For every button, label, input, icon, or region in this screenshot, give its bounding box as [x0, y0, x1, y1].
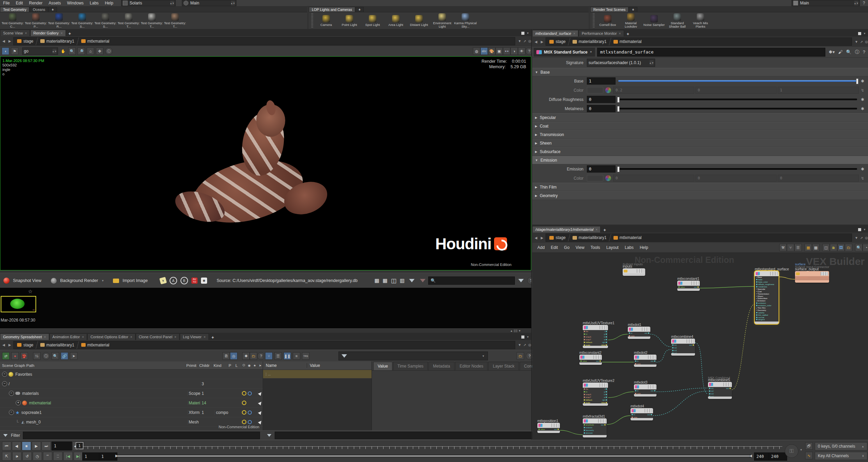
- network-node-mtlxdot1[interactable]: innoteout: [628, 327, 650, 339]
- follow-icon[interactable]: ◎: [865, 40, 868, 44]
- magnify-plus-icon[interactable]: 🔍: [52, 352, 59, 360]
- input-port-dot[interactable]: [632, 414, 633, 415]
- grid-small-icon[interactable]: ▦: [374, 278, 379, 284]
- sliders-icon[interactable]: ⫯⫰: [33, 352, 41, 360]
- play-button[interactable]: ▶: [32, 442, 41, 450]
- tree-cell-power[interactable]: [241, 420, 247, 424]
- pane-divider[interactable]: ▲ ⣿⣿ ▼: [0, 328, 531, 333]
- pane-menu-icon[interactable]: ▼: [863, 228, 866, 231]
- follow-icon[interactable]: ◎: [528, 39, 531, 43]
- input-port-dot[interactable]: [538, 429, 540, 430]
- output-port-dot[interactable]: [606, 344, 607, 346]
- contrast-icon[interactable]: ◑: [510, 47, 518, 55]
- shelf-tool[interactable]: Point Light: [338, 15, 361, 27]
- breadcrumb-item-materiallibrary1[interactable]: materiallibrary1: [570, 38, 609, 45]
- input-port-dot[interactable]: [584, 424, 585, 426]
- wire[interactable]: [607, 416, 631, 424]
- param-jump-icon[interactable]: ↯: [860, 176, 865, 181]
- net-list-icon[interactable]: ☰: [794, 244, 802, 251]
- range-left-handle[interactable]: ▶: [115, 454, 118, 458]
- net-menu-help[interactable]: Help: [637, 244, 651, 251]
- shelf-tool[interactable]: Test Geometry: S...: [71, 13, 93, 28]
- input-port-dot[interactable]: [672, 353, 674, 353]
- path-dropdown-icon[interactable]: ▼: [855, 236, 858, 240]
- tree-col-kind[interactable]: Kind: [212, 363, 227, 368]
- param-slider-handle[interactable]: [617, 97, 620, 103]
- section-transmission[interactable]: ▶Transmission: [532, 130, 868, 139]
- stop-button[interactable]: ■: [22, 442, 31, 450]
- sheet-selected-row[interactable]: ⋮...: [263, 370, 372, 378]
- range-slider-bar[interactable]: [117, 455, 750, 457]
- playback-start-field[interactable]: 1: [99, 452, 117, 461]
- net-menu-go[interactable]: Go: [561, 244, 573, 251]
- range-end-field[interactable]: 240: [769, 452, 787, 461]
- sheet-col-value[interactable]: Value: [307, 363, 372, 368]
- persp-icon[interactable]: ◍: [473, 47, 480, 55]
- sheet-rows-icon[interactable]: ≡: [293, 352, 300, 360]
- gallery-search-input[interactable]: 🔍: [428, 277, 515, 285]
- param-jump-icon[interactable]: ↯: [860, 88, 865, 93]
- sheet-tree-icon[interactable]: ⑂: [265, 352, 273, 360]
- param-brush-icon[interactable]: 🖌: [838, 49, 843, 55]
- breadcrumb-item-materiallibrary1[interactable]: materiallibrary1: [38, 341, 76, 349]
- pin-icon[interactable]: ➚: [523, 39, 526, 43]
- tree-col-icon[interactable]: ◉: [246, 364, 252, 367]
- snapshot-icon[interactable]: [3, 278, 10, 284]
- pane-menu-icon[interactable]: ▼: [863, 32, 866, 35]
- follow-icon[interactable]: ◎: [865, 236, 868, 240]
- breadcrumb-item-mtlxmaterial[interactable]: mtlxmaterial: [79, 38, 112, 45]
- snapshot-view-button[interactable]: Snapshot View: [13, 278, 41, 283]
- nav-forward-icon[interactable]: ▶: [8, 39, 12, 43]
- shelf-tool[interactable]: Test Geometry: R...: [48, 13, 70, 28]
- wire[interactable]: [732, 304, 755, 390]
- shelf-tool[interactable]: Noise Sampler: [643, 15, 665, 27]
- param-menu-icon[interactable]: ✱: [860, 167, 865, 172]
- tree-cell-power[interactable]: [241, 401, 247, 405]
- param-gear-icon[interactable]: ✱▾: [829, 49, 835, 55]
- input-port-dot[interactable]: [635, 363, 636, 364]
- abc-toggle-icon[interactable]: abc: [480, 47, 488, 55]
- param-menu-icon[interactable]: ✱: [860, 106, 865, 111]
- filter-exclude-icon[interactable]: [420, 279, 425, 282]
- import-image-button[interactable]: Import Image: [122, 278, 148, 283]
- shelf-tool[interactable]: Environment Light: [431, 13, 453, 28]
- network-node-mtlxdot3[interactable]: innoteout: [634, 384, 656, 397]
- output-port-dot[interactable]: [606, 397, 607, 398]
- snapshot-settings-icon[interactable]: ✱: [201, 278, 207, 284]
- visibility-icon[interactable]: [248, 391, 252, 396]
- network-canvas[interactable]: Non-Commercial Edition VEX Builder Subne…: [532, 252, 868, 440]
- tree-filter-input[interactable]: [23, 432, 260, 439]
- output-port-dot[interactable]: [606, 391, 607, 392]
- list-view-icon[interactable]: ▥: [400, 278, 405, 284]
- pane-maximize-icon[interactable]: [521, 336, 524, 339]
- network-node-mtlxdot4[interactable]: innoteout: [631, 408, 653, 420]
- tab-close-icon[interactable]: ×: [204, 335, 206, 339]
- shelf-drag-handle[interactable]: [593, 13, 595, 28]
- color-correction-icon[interactable]: 🎨: [488, 47, 495, 55]
- inspector-tab-editor-nodes[interactable]: Editor Nodes: [455, 362, 488, 370]
- input-port-dot[interactable]: [629, 332, 630, 334]
- net-tab--stage-materiallibrary1-mtlxmaterial[interactable]: /stage/materiallibrary1/mtlxmaterial×: [532, 226, 601, 233]
- tree-col-icon[interactable]: ⏻: [241, 363, 246, 367]
- shelf-tool[interactable]: Area Light: [385, 15, 407, 27]
- path-field[interactable]: stagemateriallibrary1mtlxmaterial: [546, 38, 852, 46]
- breadcrumb-item-mtlxmaterial[interactable]: mtlxmaterial: [79, 341, 112, 349]
- tree-col-childr[interactable]: Childr: [198, 363, 212, 368]
- wire[interactable]: [650, 334, 671, 347]
- path-field[interactable]: stagemateriallibrary1mtlxmaterial: [546, 234, 852, 242]
- input-port-dot[interactable]: [796, 277, 797, 278]
- help-icon[interactable]: ?: [860, 1, 868, 5]
- nav-back-icon[interactable]: ◀: [534, 236, 538, 240]
- output-port-dot[interactable]: [599, 360, 601, 362]
- menu-labs[interactable]: Labs: [87, 0, 102, 6]
- frame-view-icon[interactable]: ✥: [96, 47, 103, 55]
- filter-star-icon[interactable]: [409, 279, 415, 282]
- net-tree-icon[interactable]: ⑂: [787, 244, 794, 251]
- color-wheel-icon[interactable]: [605, 87, 611, 93]
- tab-close-icon[interactable]: ×: [619, 32, 621, 35]
- flag-icon[interactable]: ⚑: [11, 47, 18, 55]
- tree-col-icon[interactable]: ★: [252, 364, 257, 367]
- red-dot-icon[interactable]: ●: [11, 352, 19, 360]
- inspector-tab-time-samples[interactable]: Time Samples: [393, 362, 428, 370]
- target-icon[interactable]: ◎: [230, 352, 237, 360]
